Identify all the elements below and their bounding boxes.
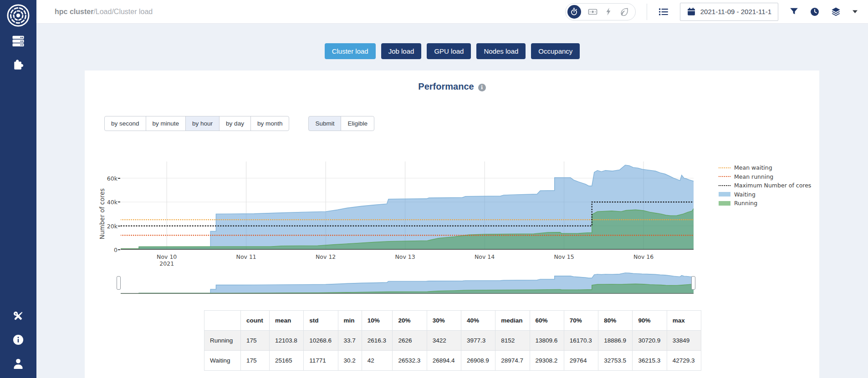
button-by-month[interactable]: by month: [250, 116, 290, 131]
table-cell: 11771: [304, 351, 338, 371]
queue-list-button[interactable]: [658, 7, 669, 17]
tab-nodes-load[interactable]: Nodes load: [476, 43, 526, 59]
col-header-80%: 80%: [598, 311, 633, 331]
tools-icon: [11, 309, 25, 323]
y-tick-mark: [118, 202, 120, 202]
legend-swatch: [719, 192, 730, 197]
filter-button[interactable]: [789, 7, 799, 16]
tab-occupancy[interactable]: Occupancy: [531, 43, 580, 59]
col-header-70%: 70%: [564, 311, 598, 331]
x-tick-label: Nov 13: [395, 253, 415, 260]
y-tick-mark: [118, 226, 120, 227]
x-tick-label: Nov 15: [554, 253, 574, 260]
legend-item-mean-running[interactable]: Mean running: [719, 173, 811, 181]
legend-swatch: [719, 176, 730, 177]
y-axis-title: Number of cores: [98, 188, 106, 239]
table-cell: 25165: [269, 351, 303, 371]
button-by-day[interactable]: by day: [219, 116, 251, 131]
performance-title-row: Performance i: [85, 81, 819, 92]
date-range-picker[interactable]: 2021-11-09 - 2021-11-1: [680, 3, 778, 21]
sidebar-item-clusters[interactable]: [10, 33, 26, 49]
bolt-icon: [604, 7, 613, 16]
button-submit[interactable]: Submit: [308, 116, 341, 131]
view-mode-time-button[interactable]: [567, 5, 581, 19]
range-handle-right[interactable]: [691, 276, 695, 290]
sidebar-item-about[interactable]: [10, 332, 26, 348]
col-header-90%: 90%: [633, 311, 667, 331]
caret-down-icon: [852, 10, 858, 14]
table-row-waiting: Waiting175251651177130.24226532.326894.4…: [204, 351, 701, 371]
cluster-load-chart[interactable]: [121, 161, 694, 250]
table-cell: 16170.3: [564, 331, 598, 351]
info-icon[interactable]: i: [478, 84, 486, 91]
calendar-icon: [687, 7, 696, 16]
table-cell: 18886.9: [598, 331, 633, 351]
table-cell: 42729.3: [667, 351, 701, 371]
button-by-minute[interactable]: by minute: [146, 116, 186, 131]
legend-item-maximum-number-of-cores[interactable]: Maximum Number of cores: [719, 182, 811, 189]
legend-item-running[interactable]: Running: [719, 200, 811, 207]
tab-gpu-load[interactable]: GPU load: [427, 43, 471, 59]
top-header: hpc cluster/Load/Cluster load: [36, 0, 868, 24]
sidebar-item-integrations[interactable]: [10, 56, 26, 73]
table-cell: 175: [241, 331, 270, 351]
table-cell: 12103.8: [269, 331, 303, 351]
table-cell: 33849: [667, 331, 701, 351]
info-circle-icon: [12, 333, 25, 346]
breadcrumb-path: /Load/Cluster load: [93, 8, 153, 15]
table-cell: 3422: [427, 331, 461, 351]
legend-label: Running: [734, 200, 757, 207]
col-header-10%: 10%: [362, 311, 393, 331]
app-logo[interactable]: [6, 4, 30, 27]
table-cell: 26894.4: [427, 351, 461, 371]
legend-item-waiting[interactable]: Waiting: [719, 191, 811, 198]
breadcrumb[interactable]: hpc cluster/Load/Cluster load: [55, 8, 153, 16]
table-cell: 3977.3: [461, 331, 495, 351]
table-cell: 30.2: [338, 351, 362, 371]
col-header-min: min: [338, 311, 362, 331]
sidebar-item-profile[interactable]: [10, 355, 26, 372]
legend-swatch: [719, 167, 730, 168]
view-mode-cost-button[interactable]: [588, 7, 597, 16]
table-cell: 8152: [495, 331, 530, 351]
user-menu-caret[interactable]: [852, 10, 858, 14]
layers-button[interactable]: [831, 6, 841, 17]
load-tabs: Cluster loadJob loadGPU loadNodes loadOc…: [36, 43, 868, 59]
range-handle-left[interactable]: [117, 276, 121, 290]
view-mode-energy-button[interactable]: [604, 7, 613, 16]
stopwatch-icon: [570, 8, 578, 16]
table-cell: 28974.7: [495, 351, 530, 371]
button-by-second[interactable]: by second: [104, 116, 146, 131]
table-cell: 30720.9: [633, 331, 667, 351]
table-cell: 26908.9: [461, 351, 495, 371]
header-actions: 2021-11-09 - 2021-11-1: [565, 3, 858, 21]
table-cell: 2626: [393, 331, 427, 351]
filter-icon: [789, 7, 799, 16]
tab-cluster-load[interactable]: Cluster load: [325, 43, 376, 59]
col-header-mean: mean: [269, 311, 303, 331]
range-navigator[interactable]: [121, 272, 694, 294]
tab-job-load[interactable]: Job load: [381, 43, 422, 59]
y-tick-label: 40k: [93, 199, 117, 206]
view-mode-switch: [565, 3, 636, 20]
button-by-hour[interactable]: by hour: [185, 116, 220, 131]
breadcrumb-project[interactable]: hpc cluster: [55, 8, 93, 15]
chart-controls: by secondby minuteby hourby dayby month …: [104, 116, 374, 131]
legend-swatch: [719, 201, 730, 206]
view-mode-eco-button[interactable]: [619, 7, 629, 16]
col-header-max: max: [667, 311, 701, 331]
legend-item-mean-waiting[interactable]: Mean waiting: [719, 164, 811, 171]
sidebar-item-admin-tools[interactable]: [10, 308, 26, 324]
button-eligible[interactable]: Eligible: [341, 116, 374, 131]
table-cell: 10268.6: [304, 331, 338, 351]
col-header-blank: [204, 311, 241, 331]
history-button[interactable]: [810, 7, 820, 17]
y-tick-mark: [118, 249, 120, 250]
x-tick-label: Nov 16: [633, 253, 654, 260]
x-tick-label: Nov 12: [316, 253, 336, 260]
col-header-40%: 40%: [461, 311, 495, 331]
x-tick-label: Nov 102021: [157, 253, 177, 267]
legend-label: Maximum Number of cores: [734, 182, 811, 189]
y-tick-label: 0: [93, 247, 117, 253]
date-range-value: 2021-11-09 - 2021-11-1: [700, 8, 771, 15]
